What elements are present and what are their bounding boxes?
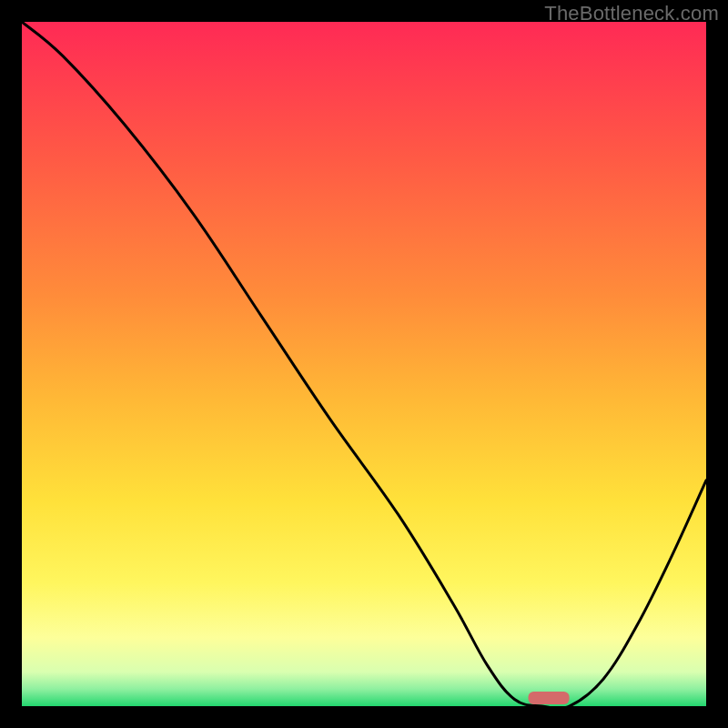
watermark-text: TheBottleneck.com — [544, 2, 719, 25]
bottleneck-chart — [22, 22, 706, 706]
optimal-marker — [528, 692, 569, 704]
chart-frame — [22, 22, 706, 706]
